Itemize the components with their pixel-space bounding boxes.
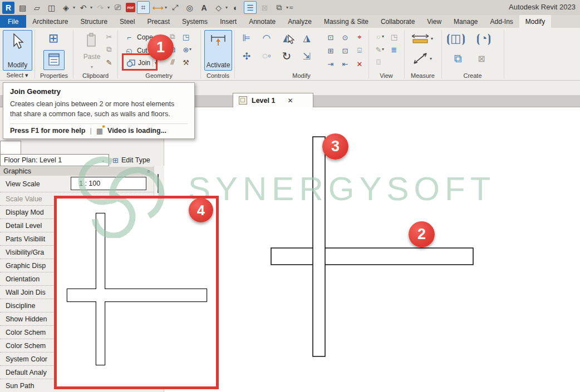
chevron-down-icon[interactable]: ▾ <box>286 5 288 10</box>
split-face-icon[interactable]: ⫻ <box>167 57 178 68</box>
tab-collaborate[interactable]: Collaborate <box>375 15 421 28</box>
controls-panel-label[interactable]: Controls <box>201 72 235 79</box>
create-parts-icon[interactable]: ⧉ <box>451 51 465 66</box>
view-scale-input[interactable]: 1 : 100 <box>71 177 146 190</box>
match-type-icon[interactable]: ✎ <box>104 57 115 68</box>
switch-windows-icon[interactable]: ⧉ <box>273 1 286 14</box>
default-3d-view-icon[interactable]: ◇ <box>212 1 225 14</box>
align-icon[interactable]: ⊫ <box>239 31 254 45</box>
tab-structure[interactable]: Structure <box>74 15 114 28</box>
tab-precast[interactable]: Precast <box>141 15 176 28</box>
ribbon: Modify Select ▾ ⊞ Properties Paste ▾ ✂ ⧉… <box>0 28 580 81</box>
rotate-icon[interactable]: ↻ <box>279 49 294 63</box>
select-panel-label[interactable]: Select ▾ <box>0 72 35 79</box>
unpin-icon[interactable]: ⌖ <box>354 32 365 43</box>
scrollbar-thumb[interactable] <box>158 174 159 193</box>
tab-annotate[interactable]: Annotate <box>243 15 282 28</box>
view-panel-label[interactable]: View <box>368 72 404 79</box>
chevron-down-icon[interactable]: ▾ <box>382 34 384 39</box>
tab-analyze[interactable]: Analyze <box>282 15 318 28</box>
tab-systems[interactable]: Systems <box>176 15 214 28</box>
tab-steel[interactable]: Steel <box>114 15 141 28</box>
measure-icon[interactable]: ⤢ <box>169 1 181 14</box>
tab-add-ins[interactable]: Add-Ins <box>484 15 519 28</box>
measure-between-button[interactable]: ▾ <box>412 52 432 64</box>
file-menu-icon[interactable]: ▤ <box>16 1 29 14</box>
chevron-down-icon[interactable]: ▾ <box>73 5 75 10</box>
close-icon[interactable]: ✕ <box>287 97 293 105</box>
undo-icon[interactable]: ↶ <box>77 1 90 14</box>
demolish-hammer-icon[interactable]: ⚒ <box>180 57 191 68</box>
view-tab-level1[interactable]: Level 1 ✕ <box>233 93 313 107</box>
split-element-icon[interactable]: ⊡ <box>325 32 336 43</box>
activate-controls-button[interactable]: Activate <box>204 30 232 71</box>
palette-scrollbar[interactable] <box>154 166 164 196</box>
chevron-down-icon[interactable]: ▾ <box>189 47 191 52</box>
customize-qat-icon[interactable]: ≂ <box>289 4 293 11</box>
create-panel-label[interactable]: Create <box>441 72 504 79</box>
wall-horizontal[interactable] <box>271 248 473 265</box>
geometry-panel-label[interactable]: Geometry <box>117 72 200 79</box>
graphics-section-header[interactable]: Graphics » <box>0 167 154 176</box>
chevron-down-icon[interactable]: ▾ <box>107 5 110 10</box>
chevron-down-icon[interactable]: ▾ <box>90 5 92 10</box>
edit-type-button[interactable]: ⊞ Edit Type <box>112 154 150 166</box>
properties-panel-label[interactable]: Properties <box>35 72 73 79</box>
split-with-gap-icon[interactable]: ⊙ <box>340 32 351 43</box>
modify-pin-icon[interactable]: ⌗ <box>137 1 150 14</box>
modify-select-button[interactable]: Modify <box>3 30 32 71</box>
create-group-icon[interactable]: ⦗◫⦘ <box>449 31 463 46</box>
cutaway-lines-icon[interactable]: ≣ <box>389 44 400 55</box>
tab-modify[interactable]: Modify <box>519 15 551 28</box>
tab-file[interactable]: File <box>0 15 26 28</box>
pin-icon[interactable]: ⌻ <box>354 45 365 56</box>
properties-toggle-button[interactable] <box>43 50 65 70</box>
wall-vertical[interactable] <box>313 137 325 356</box>
offset-icon[interactable]: ◠ <box>259 31 274 45</box>
tooltip-title: Join Geometry <box>10 87 188 96</box>
tab-view[interactable]: View <box>421 15 448 28</box>
chevron-down-icon[interactable]: ▾ <box>430 56 432 61</box>
text-icon[interactable]: A <box>198 1 210 14</box>
thin-lines-icon[interactable]: ☰ <box>244 1 257 14</box>
move-icon[interactable]: ✣ <box>239 49 254 63</box>
tab-insert[interactable]: Insert <box>214 15 243 28</box>
section-icon[interactable]: ◐ <box>229 1 242 14</box>
chevron-down-icon[interactable]: ▾ <box>165 5 167 10</box>
trim-extend-icon[interactable]: ⇲ <box>299 49 314 63</box>
callout-circle-1: 1 <box>148 34 174 61</box>
export-pdf-icon[interactable]: PDF <box>126 3 135 12</box>
save-icon[interactable]: ◫ <box>45 1 58 14</box>
drawing-canvas[interactable] <box>164 107 580 392</box>
mirror-draw-axis-icon[interactable]: ◮ <box>299 31 314 45</box>
measure-panel-label[interactable]: Measure <box>404 72 441 79</box>
print-icon[interactable]: ⎚ <box>111 1 124 14</box>
revit-logo-icon[interactable]: R <box>2 2 14 14</box>
tab-architecture[interactable]: Architecture <box>26 15 74 28</box>
tab-massing-site[interactable]: Massing & Site <box>318 15 375 28</box>
chevron-down-icon[interactable]: ▾ <box>431 36 433 41</box>
open-icon[interactable]: ▱ <box>31 1 43 14</box>
transfer-icon[interactable]: ◈ <box>60 1 72 14</box>
tab-manage[interactable]: Manage <box>448 15 484 28</box>
chevron-down-icon[interactable]: ▾ <box>382 47 384 52</box>
measure-length-button[interactable]: ▾ <box>411 32 433 44</box>
type-selector[interactable]: Floor Plan: Level 1 ⌄ <box>0 154 109 166</box>
clipboard-panel-label[interactable]: Clipboard <box>73 72 117 79</box>
copy-icon[interactable]: ◌◦ <box>259 49 274 63</box>
tag-icon[interactable]: ◎ <box>183 1 196 14</box>
align-right-icon[interactable]: ⇤ <box>340 58 351 70</box>
chevron-down-icon[interactable]: ▾ <box>225 5 228 10</box>
scale-icon[interactable]: ⊡ <box>340 45 351 56</box>
collapse-section-icon[interactable]: » <box>146 170 152 173</box>
properties-palette-icon[interactable]: ⊞ <box>46 31 61 46</box>
align-left-icon[interactable]: ⇥ <box>325 58 336 70</box>
beam-join-icon[interactable]: ◳ <box>180 31 191 42</box>
panel-separator <box>234 30 235 78</box>
aligned-dimension-icon[interactable]: ⟷ <box>151 1 164 14</box>
chevron-down-icon[interactable]: ⌄ <box>101 157 105 163</box>
array-icon[interactable]: ⊞ <box>325 45 336 56</box>
create-assembly-icon[interactable]: ⦗◔⦘ <box>476 31 491 46</box>
modify-panel-label[interactable]: Modify <box>234 72 368 79</box>
delete-icon[interactable]: ✕ <box>354 58 365 70</box>
